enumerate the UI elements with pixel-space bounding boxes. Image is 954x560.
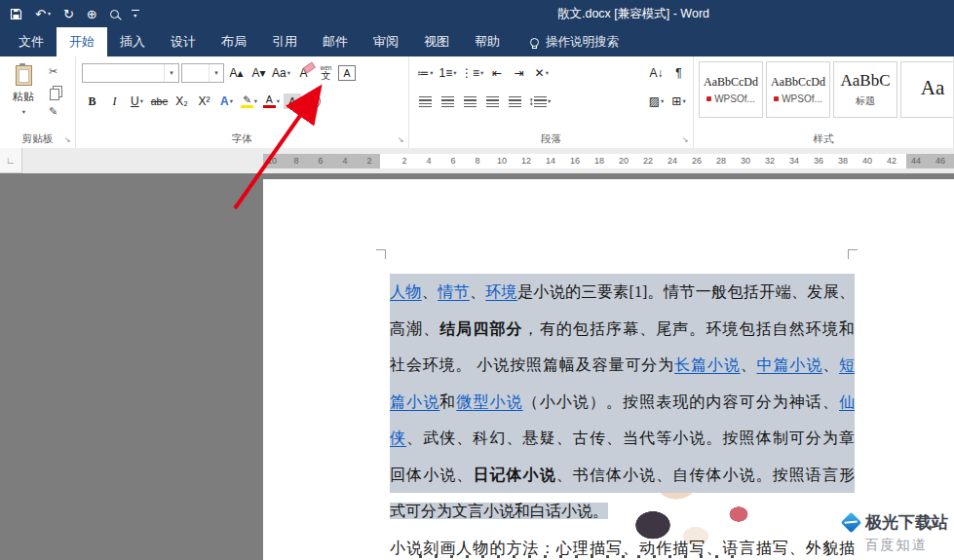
line-spacing-icon <box>534 96 547 107</box>
bold-button[interactable]: B <box>82 91 102 112</box>
font-size-combo[interactable]: ▾ <box>181 63 224 83</box>
paste-button[interactable]: 粘贴 ▾ <box>5 62 42 127</box>
underline-button[interactable]: U▾ <box>127 91 147 112</box>
ribbon-tab[interactable]: 插入 <box>107 27 158 56</box>
asian-layout-button[interactable]: ✕▾ <box>531 62 552 84</box>
horizontal-ruler[interactable]: 1086422468101214161820222426283032343638… <box>263 154 954 168</box>
hyperlink[interactable]: 侠 <box>390 429 406 446</box>
clear-formatting-button[interactable]: A <box>293 62 314 84</box>
bullets-button[interactable]: ≔▾ <box>415 62 436 84</box>
ribbon-tab[interactable]: 审阅 <box>361 27 411 56</box>
ribbon-tab[interactable]: 设计 <box>158 27 209 56</box>
text-run: 回体小说、 <box>390 467 473 483</box>
font-dialog-launcher[interactable]: ↘ <box>395 133 406 145</box>
character-border-button[interactable]: A <box>338 65 356 81</box>
redo-icon[interactable]: ↻ <box>63 8 74 20</box>
borders-button[interactable]: ⊞▾ <box>668 91 689 112</box>
hyperlink[interactable]: 篇小说 <box>390 393 439 410</box>
align-left-button[interactable] <box>415 91 436 112</box>
increase-indent-button[interactable]: ⇥ <box>509 62 529 84</box>
style-card[interactable]: AaBbCcDd WPSOf... <box>766 61 830 118</box>
format-painter-icon[interactable]: ✎ <box>49 105 57 118</box>
chevron-down-icon[interactable]: ▾ <box>209 64 223 82</box>
clipboard-icon <box>16 65 32 86</box>
show-formatting-marks-button[interactable]: ¶ <box>668 62 689 84</box>
hyperlink[interactable]: 微型小说 <box>456 393 522 410</box>
font-name-combo[interactable]: ▾ <box>82 63 179 83</box>
phonetic-guide-button[interactable]: wén文 <box>316 62 336 84</box>
hyperlink[interactable]: 短 <box>839 356 855 373</box>
highlight-color-bar <box>241 105 253 108</box>
multilevel-list-button[interactable]: ⋮≡▾ <box>460 62 484 84</box>
style-card[interactable]: AaBbC 标题 <box>833 61 897 118</box>
cut-icon[interactable]: ✂ <box>49 65 57 78</box>
chevron-down-icon[interactable]: ▾ <box>164 64 178 82</box>
enclose-characters-button[interactable]: 字 <box>303 93 321 109</box>
ribbon-tab[interactable]: 视图 <box>411 27 462 56</box>
clipboard-dialog-launcher[interactable]: ↘ <box>61 133 73 145</box>
print-preview-icon[interactable] <box>110 10 119 19</box>
ruler-number: 12 <box>518 154 534 168</box>
highlight-color-button[interactable]: ✎▾ <box>239 91 259 112</box>
text-run: 社会环境。 小说按照篇幅及容量可分为 <box>390 356 674 373</box>
style-card[interactable]: Aa <box>900 61 954 118</box>
text-run: 是小说的三要素[1]。情节一般包括开端、发展、 <box>517 283 855 300</box>
tab-stop-selector[interactable]: ∟ <box>0 148 22 173</box>
undo-button[interactable]: ↶▾ <box>35 8 51 20</box>
highlighter-pen-icon: ✎ <box>243 94 251 105</box>
ribbon-tab[interactable]: 帮助 <box>462 27 513 56</box>
shrink-font-button[interactable]: A▾ <box>248 62 269 84</box>
hyperlink[interactable]: 中篇小说 <box>757 356 823 373</box>
style-name: WPSOf... <box>706 93 755 104</box>
text-line: 回体小说、日记体小说、书信体小说、自传体小说。按照语言形 <box>390 457 855 494</box>
customize-quick-access-icon[interactable]: ▾ <box>132 10 139 19</box>
font-color-button[interactable]: A▾ <box>261 91 282 112</box>
text-effects-button[interactable]: A▾ <box>216 91 237 112</box>
ribbon-tab[interactable]: 开始 <box>57 27 107 56</box>
change-case-button[interactable]: Aa▾ <box>271 62 291 84</box>
sort-button[interactable]: A↓ <box>646 62 667 84</box>
ruler-number: 32 <box>762 154 778 168</box>
hyperlink[interactable]: 人物 <box>390 283 422 300</box>
strikethrough-button[interactable]: abe <box>149 91 170 112</box>
watermark: 极光下载站 百度知道 <box>844 511 948 554</box>
ribbon-tab[interactable]: 邮件 <box>310 27 361 56</box>
hyperlink[interactable]: 环境 <box>485 283 517 300</box>
style-sample: AaBbCcDd <box>704 75 758 90</box>
ruler-number: 28 <box>713 154 729 168</box>
character-shading-button[interactable]: A <box>284 93 301 109</box>
hyperlink[interactable]: 情节 <box>438 283 470 300</box>
grow-font-button[interactable]: A▴ <box>226 62 247 84</box>
paste-label: 粘贴 <box>13 90 34 104</box>
distribute-button[interactable] <box>505 91 525 112</box>
hyperlink[interactable]: 长篇小说 <box>674 356 741 373</box>
align-right-button[interactable] <box>460 91 480 112</box>
ribbon-tab[interactable]: 文件 <box>6 27 57 56</box>
ribbon-tab[interactable]: 引用 <box>259 27 310 56</box>
chevron-down-icon[interactable]: ▾ <box>22 108 25 116</box>
ribbon-tab[interactable]: 布局 <box>209 27 259 56</box>
justify-button[interactable] <box>482 91 503 112</box>
numbering-button[interactable]: 1≡▾ <box>438 62 458 84</box>
text-line: 式可分为文言小说和白话小说。 <box>390 493 855 530</box>
italic-button[interactable]: I <box>104 91 125 112</box>
document-page[interactable]: 人物、情节、环境是小说的三要素[1]。情节一般包括开端、发展、高潮、结局四部分，… <box>263 179 954 560</box>
tell-me-search[interactable]: 操作说明搜索 <box>530 27 619 56</box>
hyperlink[interactable]: 仙 <box>839 393 855 410</box>
superscript-button[interactable]: X² <box>194 91 214 112</box>
style-name: 标题 <box>856 94 875 108</box>
line-spacing-button[interactable]: ↕▾ <box>527 91 552 112</box>
style-card[interactable]: AaBbCcDd WPSOf... <box>699 61 763 118</box>
ruler-number: 22 <box>640 154 656 168</box>
touch-mode-icon[interactable]: ⊕ <box>87 8 97 20</box>
decrease-indent-button[interactable]: ⇤ <box>486 62 507 84</box>
subscript-button[interactable]: X₂ <box>172 91 192 112</box>
save-icon[interactable] <box>10 8 22 20</box>
shading-button[interactable]: ▨▾ <box>646 91 667 112</box>
chevron-down-icon[interactable]: ▾ <box>48 11 51 17</box>
copy-icon[interactable] <box>53 86 62 97</box>
ruler-number: 24 <box>665 154 680 168</box>
ruler-number: 2 <box>397 154 412 168</box>
align-center-button[interactable] <box>438 91 458 112</box>
paragraph-dialog-launcher[interactable]: ↘ <box>679 133 691 145</box>
